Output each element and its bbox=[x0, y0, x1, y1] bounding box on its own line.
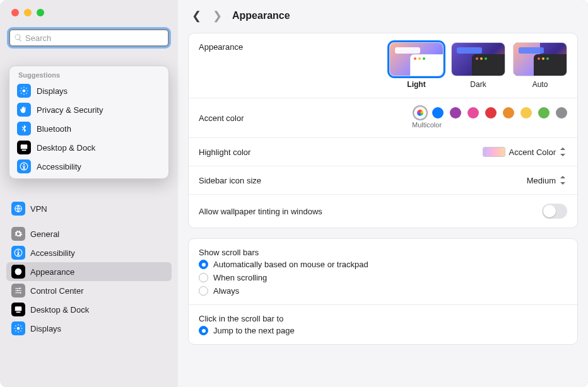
suggestion-label: Accessibility bbox=[37, 162, 81, 171]
bluetooth-icon bbox=[17, 122, 31, 136]
search-input[interactable] bbox=[25, 33, 164, 43]
svg-point-12 bbox=[23, 164, 25, 165]
radio-label: When scrolling bbox=[213, 273, 267, 282]
suggestions-header: Suggestions bbox=[9, 66, 168, 81]
appearance-thumbs: Light Dark Auto bbox=[389, 42, 567, 89]
svg-rect-20 bbox=[15, 306, 22, 311]
sidebar-item[interactable]: Control Center bbox=[6, 281, 172, 300]
radio-label: Always bbox=[213, 286, 239, 296]
sidebar-item[interactable]: Accessibility bbox=[6, 243, 172, 262]
row-highlight-color: Highlight color Accent Color bbox=[189, 138, 577, 166]
accent-color-dot[interactable] bbox=[467, 107, 479, 118]
panel-scroll: Show scroll bars Automatically based on … bbox=[188, 238, 578, 345]
content-scroll[interactable]: Appearance Light Dark Auto Accent color bbox=[178, 32, 588, 387]
radio-icon bbox=[199, 326, 208, 335]
close-button[interactable] bbox=[11, 9, 19, 16]
accent-wrap: Multicolor bbox=[415, 107, 567, 129]
sun-icon bbox=[11, 321, 25, 335]
tinting-toggle[interactable] bbox=[542, 204, 567, 219]
search-wrap bbox=[0, 24, 178, 49]
svg-line-30 bbox=[21, 325, 21, 326]
sidebar-nav: VPNGeneralAccessibilityAppearanceControl… bbox=[0, 194, 178, 343]
row-click-bar: Click in the scroll bar to Jump to the n… bbox=[189, 305, 577, 344]
sidebar-item[interactable]: General bbox=[6, 224, 172, 243]
accent-color-dot[interactable] bbox=[538, 107, 550, 118]
suggestion-item[interactable]: Desktop & Dock bbox=[9, 138, 168, 157]
sidebar-item[interactable]: Displays bbox=[6, 319, 172, 338]
appearance-option[interactable]: Auto bbox=[513, 42, 567, 89]
accent-color-dot[interactable] bbox=[485, 107, 497, 118]
row-appearance-mode: Appearance Light Dark Auto bbox=[189, 33, 577, 98]
sidebar-item-label: Displays bbox=[30, 324, 61, 333]
svg-line-7 bbox=[21, 93, 21, 94]
accessibility-icon bbox=[11, 246, 25, 260]
gear-icon bbox=[11, 227, 25, 241]
sidebar-item-label: Accessibility bbox=[30, 248, 75, 258]
updown-icon bbox=[558, 175, 567, 185]
sun-icon bbox=[17, 84, 31, 98]
main-pane: ❮ ❯ Appearance Appearance Light Dark bbox=[178, 0, 588, 387]
updown-icon bbox=[558, 147, 567, 157]
icon-size-label: Sidebar icon size bbox=[199, 176, 527, 185]
appearance-option[interactable]: Dark bbox=[451, 42, 505, 89]
svg-point-18 bbox=[17, 290, 18, 291]
svg-rect-9 bbox=[21, 144, 28, 149]
sidebar-item[interactable]: VPN bbox=[6, 199, 172, 218]
svg-point-22 bbox=[17, 327, 20, 330]
maximize-button[interactable] bbox=[37, 9, 44, 16]
svg-point-19 bbox=[20, 292, 21, 293]
sidebar-item[interactable]: Appearance bbox=[6, 262, 172, 281]
appearance-icon bbox=[11, 265, 25, 279]
globe-icon bbox=[11, 202, 25, 216]
svg-line-8 bbox=[26, 88, 27, 88]
back-button[interactable]: ❮ bbox=[192, 9, 201, 23]
appearance-option[interactable]: Light bbox=[389, 42, 444, 89]
settings-window: Suggestions DisplaysPrivacy & SecurityBl… bbox=[0, 0, 588, 387]
icon-size-value: Medium bbox=[527, 176, 556, 185]
svg-point-0 bbox=[23, 90, 26, 93]
panel-appearance: Appearance Light Dark Auto Accent color bbox=[188, 33, 578, 228]
search-field[interactable] bbox=[9, 29, 169, 47]
accent-color-dot[interactable] bbox=[556, 107, 567, 118]
suggestion-label: Privacy & Security bbox=[37, 105, 103, 115]
accent-color-dot[interactable] bbox=[520, 107, 532, 118]
sidebar-item-label: Appearance bbox=[30, 267, 74, 277]
accent-color-dot[interactable] bbox=[450, 107, 461, 118]
svg-line-27 bbox=[15, 325, 16, 326]
appearance-thumb bbox=[451, 42, 505, 76]
scrollbars-option[interactable]: Always bbox=[199, 286, 567, 296]
highlight-select[interactable]: Accent Color bbox=[509, 147, 567, 157]
scrollbars-option[interactable]: Automatically based on mouse or trackpad bbox=[199, 260, 567, 269]
clickbar-option[interactable]: Jump to the next page bbox=[199, 326, 567, 335]
scrollbars-option[interactable]: When scrolling bbox=[199, 273, 567, 282]
suggestion-item[interactable]: Bluetooth bbox=[9, 119, 168, 138]
suggestion-label: Desktop & Dock bbox=[37, 143, 95, 153]
sidebar-item[interactable]: Desktop & Dock bbox=[6, 300, 172, 319]
search-suggestions-popover: Suggestions DisplaysPrivacy & SecurityBl… bbox=[9, 66, 169, 179]
radio-icon bbox=[199, 260, 208, 269]
tinting-label: Allow wallpaper tinting in windows bbox=[199, 207, 542, 216]
suggestion-item[interactable]: Privacy & Security bbox=[9, 100, 168, 119]
accent-color-dot[interactable] bbox=[503, 107, 514, 118]
suggestion-item[interactable]: Accessibility bbox=[9, 157, 168, 176]
suggestion-item[interactable]: Displays bbox=[9, 81, 168, 100]
forward-button[interactable]: ❯ bbox=[213, 9, 222, 23]
accent-color-dot[interactable] bbox=[415, 107, 426, 118]
sidebar-item-label: VPN bbox=[30, 204, 47, 214]
svg-line-28 bbox=[21, 331, 21, 332]
svg-point-17 bbox=[19, 287, 20, 289]
radio-icon bbox=[199, 273, 208, 282]
icon-size-select[interactable]: Medium bbox=[527, 175, 567, 185]
svg-line-6 bbox=[26, 93, 27, 94]
appearance-option-label: Light bbox=[407, 80, 425, 89]
nav-arrows: ❮ ❯ bbox=[192, 9, 222, 23]
appearance-thumb bbox=[513, 42, 567, 76]
clickbar-header: Click in the scroll bar to bbox=[199, 314, 567, 323]
accent-color-dot[interactable] bbox=[432, 107, 444, 118]
svg-rect-10 bbox=[22, 150, 26, 151]
svg-line-5 bbox=[21, 88, 21, 88]
appearance-option-label: Dark bbox=[470, 80, 486, 89]
svg-line-29 bbox=[15, 331, 16, 332]
minimize-button[interactable] bbox=[24, 9, 32, 16]
radio-label: Jump to the next page bbox=[213, 326, 295, 335]
